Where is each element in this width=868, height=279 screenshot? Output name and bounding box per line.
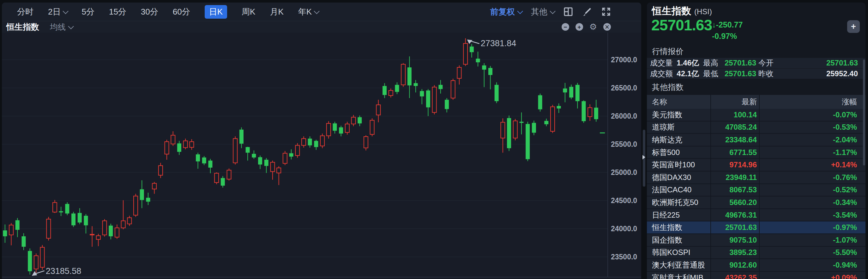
period-tab-30分[interactable]: 30分 bbox=[141, 6, 158, 18]
price-change-pct: -0.97% bbox=[712, 32, 737, 41]
zoom-out-icon[interactable]: − bbox=[562, 23, 569, 31]
candlestick-chart[interactable]: 27000.026500.026000.025500.025000.024500… bbox=[2, 33, 641, 279]
period-tab-label: 30分 bbox=[141, 6, 158, 18]
candle-body-down bbox=[246, 147, 250, 153]
index-change-pct: -3.54% bbox=[760, 211, 857, 220]
index-last: 8067.53 bbox=[711, 185, 757, 194]
candle-body-up bbox=[370, 120, 374, 134]
quote-cell-最低: 最低25701.63 bbox=[703, 68, 756, 79]
adjust-type-label: 前复权 bbox=[490, 6, 515, 18]
candle-body-up bbox=[53, 202, 57, 212]
candle-body-up bbox=[115, 228, 119, 237]
panel-collapse-handle[interactable] bbox=[643, 155, 645, 160]
layout-grid-icon[interactable] bbox=[563, 7, 573, 17]
index-last: 43262.35 bbox=[711, 273, 757, 279]
index-row-标普500[interactable]: 标普5006771.55-1.17% bbox=[647, 146, 866, 159]
index-row-澳大利亚普通股[interactable]: 澳大利亚普通股9012.60-0.94% bbox=[647, 259, 866, 272]
period-tab-60分[interactable]: 60分 bbox=[173, 6, 190, 18]
period-tab-15分[interactable]: 15分 bbox=[109, 6, 126, 18]
quote-cell-最高: 最高25701.63 bbox=[703, 58, 756, 68]
period-tab-年K[interactable]: 年K bbox=[298, 6, 318, 18]
settings-gear-icon[interactable]: ⚙ bbox=[589, 23, 597, 31]
period-tab-label: 60分 bbox=[173, 6, 190, 18]
candle-body-up bbox=[40, 247, 44, 267]
quote-cell-成交量: 成交量1.46亿 bbox=[650, 58, 699, 68]
zoom-in-icon[interactable]: + bbox=[576, 23, 583, 31]
period-tab-2日[interactable]: 2日 bbox=[48, 6, 67, 18]
index-name: 标普500 bbox=[652, 147, 680, 158]
index-row-法国CAC40[interactable]: 法国CAC408067.53-0.52% bbox=[647, 184, 866, 197]
candle-body-down bbox=[563, 89, 567, 92]
candle-body-down bbox=[78, 213, 82, 222]
index-row-韩国KOSPI[interactable]: 韩国KOSPI3895.23-5.50% bbox=[647, 247, 866, 259]
fullscreen-expand-icon[interactable] bbox=[601, 7, 611, 17]
period-tab-分时[interactable]: 分时 bbox=[17, 6, 33, 18]
index-last: 3895.23 bbox=[711, 248, 757, 257]
quote-panel: 恒生指数(HSI) 25701.63 ↓-250.77 -0.97% + 行情报… bbox=[647, 3, 866, 279]
last-price: 25701.63 bbox=[651, 17, 712, 34]
index-row-美元指数[interactable]: 美元指数100.14-0.07% bbox=[647, 109, 866, 121]
column-header-last: 最新 bbox=[711, 97, 757, 107]
quote-label: 成交量 bbox=[650, 58, 673, 68]
index-row-恒生指数[interactable]: 恒生指数25701.63-0.97% bbox=[647, 221, 866, 234]
candle-body-up bbox=[351, 117, 356, 124]
index-row-德国DAX30[interactable]: 德国DAX3023949.11-0.76% bbox=[647, 171, 866, 184]
chart-symbol-title: 恒生指数 bbox=[2, 22, 39, 33]
y-axis-tick-label: 25000.0 bbox=[611, 168, 637, 176]
panel-scrollbar[interactable] bbox=[863, 59, 865, 165]
candle-body-down bbox=[339, 128, 343, 134]
candle-body-up bbox=[152, 184, 156, 189]
period-tab-日K[interactable]: 日K bbox=[205, 5, 227, 19]
index-row-日经225[interactable]: 日经22549676.31-3.54% bbox=[647, 209, 866, 222]
section-other-indexes-header: 其他指数 bbox=[647, 79, 866, 95]
period-tab-周K[interactable]: 周K bbox=[242, 6, 255, 18]
candle-body-up bbox=[189, 142, 194, 147]
index-last: 100.14 bbox=[711, 110, 757, 119]
chart-subheader: 恒生指数 均线 − + ⚙ ✕ bbox=[2, 21, 641, 33]
adjust-type-dropdown[interactable]: 前复权 bbox=[490, 6, 522, 18]
candle-body-down bbox=[569, 87, 573, 97]
index-row-国企指数[interactable]: 国企指数9075.10-1.07% bbox=[647, 234, 866, 247]
candle-body-down bbox=[22, 236, 26, 247]
period-tab-label: 月K bbox=[270, 6, 283, 18]
index-row-纳斯达克[interactable]: 纳斯达克23348.64-2.04% bbox=[647, 134, 866, 146]
index-row-欧洲斯托克50[interactable]: 欧洲斯托克505660.20-0.34% bbox=[647, 196, 866, 209]
add-to-watchlist-button[interactable]: + bbox=[847, 20, 860, 33]
quote-label: 昨收 bbox=[758, 68, 774, 79]
index-name: 法国CAC40 bbox=[652, 185, 691, 195]
candle-body-down bbox=[240, 130, 244, 144]
period-tabs: 分时2日5分15分30分60分日K周K月K年K bbox=[2, 5, 318, 19]
candle-body-down bbox=[594, 108, 598, 119]
index-change-pct: -0.97% bbox=[760, 223, 857, 232]
candle-body-up bbox=[501, 122, 505, 138]
index-row-英国富时100[interactable]: 英国富时1009714.96+0.14% bbox=[647, 159, 866, 171]
period-tab-label: 分时 bbox=[17, 6, 33, 18]
draw-brush-icon[interactable] bbox=[583, 7, 592, 17]
candle-body-up bbox=[127, 218, 131, 224]
index-last: 9012.60 bbox=[711, 261, 757, 270]
index-change-pct: -0.53% bbox=[760, 123, 857, 132]
candle-body-up bbox=[376, 105, 380, 115]
index-name: 国企指数 bbox=[652, 235, 682, 245]
index-row-道琼斯[interactable]: 道琼斯47085.24-0.53% bbox=[647, 121, 866, 134]
y-axis-tick-label: 26000.0 bbox=[611, 112, 637, 120]
candle-body-down bbox=[519, 122, 523, 123]
quote-value: 42.1亿 bbox=[677, 68, 699, 79]
candle-body-up bbox=[401, 64, 405, 85]
period-tab-5分[interactable]: 5分 bbox=[82, 6, 94, 18]
index-row-富时意大利MIB[interactable]: 富时意大利MIB43262.35+0.09% bbox=[647, 272, 866, 279]
close-chart-icon[interactable]: ✕ bbox=[603, 23, 611, 31]
ma-indicator-dropdown[interactable]: 均线 bbox=[50, 22, 72, 32]
more-indicators-dropdown[interactable]: 其他 bbox=[531, 6, 554, 18]
candle-body-up bbox=[364, 137, 368, 148]
candle-body-up bbox=[171, 135, 175, 144]
period-tab-label: 15分 bbox=[109, 6, 126, 18]
candle-body-up bbox=[227, 170, 231, 179]
candle-body-down bbox=[208, 161, 212, 168]
period-tab-月K[interactable]: 月K bbox=[270, 6, 283, 18]
candle-body-up bbox=[283, 153, 287, 163]
index-change-pct: -0.76% bbox=[760, 173, 857, 182]
quote-value: 25701.63 bbox=[724, 58, 756, 67]
candle-body-down bbox=[482, 65, 486, 69]
low-annotation-label: 23185.58 bbox=[46, 266, 82, 276]
